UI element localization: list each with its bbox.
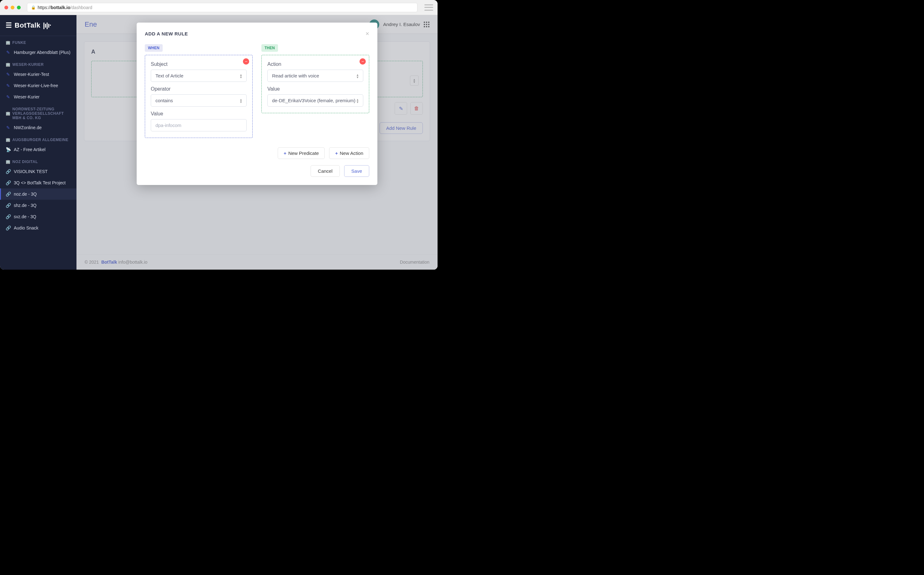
- chevron-updown-icon: ▴▾: [240, 98, 242, 103]
- sidebar-item-label: Audio Snack: [14, 226, 38, 230]
- minimize-window[interactable]: [11, 6, 14, 10]
- browser-menu-icon[interactable]: [425, 5, 433, 11]
- maximize-window[interactable]: [17, 6, 21, 10]
- browser-chrome: 🔒 https://bottalk.io/dashboard: [0, 0, 437, 15]
- add-rule-modal: ADD A NEW RULE × WHEN − Subject Text of …: [137, 22, 377, 185]
- sidebar-item-label: 3Q <> BotTalk Test Project: [14, 180, 66, 185]
- chevron-updown-icon: ▴▾: [357, 73, 358, 78]
- url-path: /dashboard: [70, 5, 92, 10]
- new-predicate-button[interactable]: + New Predicate: [278, 147, 325, 159]
- sidebar-item-label: AZ - Free Artikel: [14, 147, 46, 152]
- logo[interactable]: ☰ BotTalk |ı|ı·: [0, 15, 76, 36]
- nav-icon: ✎: [6, 94, 11, 99]
- then-value-select[interactable]: de-DE_ErikaV3Voice (female, premium) ▴▾: [267, 94, 363, 106]
- operator-value: contains: [155, 98, 173, 103]
- new-action-button[interactable]: + New Action: [329, 147, 369, 159]
- sidebar-group-label: 🏢 FUNKE: [0, 36, 76, 47]
- when-box: − Subject Text of Article ▴▾ Operator co…: [145, 55, 253, 138]
- then-box: − Action Read article with voice ▴▾ Valu…: [262, 55, 369, 113]
- sidebar-group-label: 🏢 WESER-KURIER: [0, 58, 76, 69]
- sidebar-item[interactable]: 🔗VISIOLINK TEST: [0, 166, 76, 177]
- sidebar-item-label: svz.de - 3Q: [14, 214, 36, 219]
- subject-select[interactable]: Text of Article ▴▾: [151, 70, 247, 82]
- remove-predicate-button[interactable]: −: [243, 58, 249, 65]
- remove-action-button[interactable]: −: [360, 58, 366, 65]
- building-icon: 🏢: [6, 160, 11, 164]
- sidebar-group-label: 🏢 AUGSBURGER ALLGEMEINE: [0, 133, 76, 144]
- building-icon: 🏢: [6, 40, 11, 45]
- nav-icon: 🔗: [6, 214, 11, 219]
- modal-title: ADD A NEW RULE: [145, 31, 188, 37]
- nav-icon: 🔗: [6, 169, 11, 174]
- operator-select[interactable]: contains ▴▾: [151, 94, 247, 106]
- lock-icon: 🔒: [31, 5, 36, 10]
- operator-label: Operator: [151, 86, 247, 92]
- close-icon[interactable]: ×: [366, 30, 369, 37]
- sidebar-item-label: Weser-Kurier-Test: [14, 72, 49, 77]
- nav-icon: 🔗: [6, 226, 11, 230]
- new-action-label: New Action: [340, 151, 363, 156]
- sidebar-item[interactable]: ✎Hamburger Abendblatt (Plus): [0, 47, 76, 58]
- main: Ene A Andrey I. Esaulov A ▴▾ ✎: [76, 15, 437, 270]
- when-value-label: Value: [151, 111, 247, 117]
- sidebar-item[interactable]: 🔗3Q <> BotTalk Test Project: [0, 177, 76, 188]
- sidebar-item-label: shz.de - 3Q: [14, 203, 36, 208]
- url-scheme: https://: [38, 5, 51, 10]
- modal-overlay: ADD A NEW RULE × WHEN − Subject Text of …: [76, 15, 437, 270]
- sidebar: ☰ BotTalk |ı|ı· 🏢 FUNKE✎Hamburger Abendb…: [0, 15, 76, 270]
- building-icon: 🏢: [6, 138, 11, 142]
- subject-label: Subject: [151, 62, 247, 67]
- sidebar-item-label: VISIOLINK TEST: [14, 169, 48, 174]
- plus-icon: +: [284, 151, 287, 156]
- nav-icon: ✎: [6, 125, 11, 130]
- nav-icon: 📡: [6, 147, 11, 152]
- nav-icon: ✎: [6, 50, 11, 55]
- url-host: bottalk.io: [51, 5, 70, 10]
- save-button[interactable]: Save: [344, 165, 369, 177]
- new-predicate-label: New Predicate: [288, 151, 319, 156]
- chevron-updown-icon: ▴▾: [240, 73, 242, 78]
- url-bar[interactable]: 🔒 https://bottalk.io/dashboard: [27, 3, 417, 12]
- nav-icon: 🔗: [6, 203, 11, 208]
- nav-icon: 🔗: [6, 180, 11, 185]
- logo-text: BotTalk: [15, 21, 41, 29]
- when-value-input[interactable]: [151, 119, 247, 131]
- sidebar-item[interactable]: ✎Weser-Kurier-Live-free: [0, 80, 76, 91]
- sidebar-group-label: 🏢 NORDWEST-ZEITUNG VERLAGSGESELLSCHAFT M…: [0, 103, 76, 122]
- nav-icon: ✎: [6, 83, 11, 88]
- action-label: Action: [267, 62, 363, 67]
- sidebar-item-label: Weser-Kurier: [14, 94, 40, 99]
- then-column: THEN − Action Read article with voice ▴▾…: [262, 44, 369, 113]
- logo-mark-icon: ☰: [6, 21, 12, 29]
- cancel-button[interactable]: Cancel: [311, 165, 340, 177]
- sidebar-item[interactable]: ✎NWZonline.de: [0, 122, 76, 133]
- action-select[interactable]: Read article with voice ▴▾: [267, 70, 363, 82]
- plus-icon: +: [335, 151, 338, 156]
- sidebar-item[interactable]: 🔗svz.de - 3Q: [0, 211, 76, 222]
- sidebar-item[interactable]: ✎Weser-Kurier: [0, 91, 76, 103]
- then-value-label: Value: [267, 86, 363, 92]
- sidebar-item[interactable]: ✎Weser-Kurier-Test: [0, 69, 76, 80]
- sidebar-item-label: Hamburger Abendblatt (Plus): [14, 50, 71, 55]
- sidebar-item[interactable]: 🔗Audio Snack: [0, 222, 76, 233]
- when-column: WHEN − Subject Text of Article ▴▾ Operat…: [145, 44, 253, 138]
- chevron-updown-icon: ▴▾: [357, 98, 358, 103]
- when-tag: WHEN: [145, 44, 163, 52]
- sidebar-item-label: NWZonline.de: [14, 125, 42, 130]
- building-icon: 🏢: [6, 111, 11, 116]
- nav-icon: ✎: [6, 72, 11, 77]
- sidebar-item[interactable]: 🔗shz.de - 3Q: [0, 200, 76, 211]
- action-value: Read article with voice: [272, 73, 319, 78]
- then-tag: THEN: [262, 44, 278, 52]
- building-icon: 🏢: [6, 62, 11, 67]
- window-controls: [5, 6, 21, 10]
- then-value-value: de-DE_ErikaV3Voice (female, premium): [272, 98, 355, 103]
- logo-bars-icon: |ı|ı·: [43, 21, 51, 29]
- sidebar-item[interactable]: 📡AZ - Free Artikel: [0, 144, 76, 155]
- sidebar-item[interactable]: 🔗noz.de - 3Q: [0, 188, 76, 200]
- close-window[interactable]: [5, 6, 8, 10]
- sidebar-item-label: noz.de - 3Q: [14, 192, 36, 197]
- nav-icon: 🔗: [6, 192, 11, 197]
- sidebar-item-label: Weser-Kurier-Live-free: [14, 83, 58, 88]
- sidebar-group-label: 🏢 NOZ DIGITAL: [0, 155, 76, 166]
